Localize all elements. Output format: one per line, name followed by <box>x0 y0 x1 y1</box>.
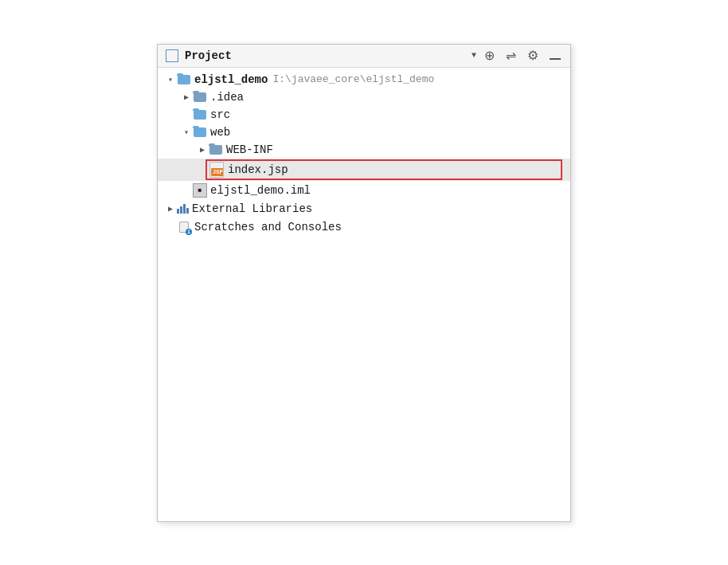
toggle-external-libs[interactable]: ▶ <box>164 202 177 215</box>
toggle-webinf[interactable]: ▶ <box>196 143 209 156</box>
iml-file-icon: ■ <box>193 183 207 198</box>
label-index-jsp: index.jsp <box>228 163 288 176</box>
toggle-web[interactable]: ▾ <box>180 126 193 139</box>
folder-icon-src <box>193 109 207 120</box>
folder-icon-webinf <box>209 144 223 155</box>
tree-item-eljstl-demo[interactable]: ▾ eljstl_demo I:\javaee_core\eljstl_demo <box>158 71 570 88</box>
panel-dropdown-arrow[interactable]: ▼ <box>472 51 476 60</box>
scratch-icon: i <box>177 220 191 234</box>
navigate-icon[interactable]: ⊕ <box>483 49 496 62</box>
toggle-idea[interactable]: ▶ <box>180 91 193 104</box>
label-idea: .idea <box>210 91 244 104</box>
settings-icon[interactable]: ⚙ <box>526 49 540 62</box>
tree-item-web[interactable]: ▾ web <box>158 124 570 141</box>
tree-item-src[interactable]: src <box>158 106 570 124</box>
tree-item-idea[interactable]: ▶ .idea <box>158 88 570 106</box>
panel-title: Project <box>185 49 465 62</box>
ext-lib-icon <box>177 204 189 214</box>
toggle-eljstl-demo[interactable]: ▾ <box>164 73 177 86</box>
project-panel: Project ▼ ⊕ ⇌ ⚙ ▾ eljstl_demo I:\javaee_… <box>157 44 571 522</box>
label-web: web <box>210 126 230 139</box>
project-path: I:\javaee_core\eljstl_demo <box>272 73 434 85</box>
label-eljstl-demo: eljstl_demo <box>194 73 268 86</box>
minimize-button[interactable] <box>548 49 562 62</box>
header-controls: ⊕ ⇌ ⚙ <box>483 49 562 62</box>
panel-header-icon <box>166 49 178 62</box>
panel-header: Project ▼ ⊕ ⇌ ⚙ <box>158 45 570 68</box>
label-webinf: WEB-INF <box>226 143 273 156</box>
tree-item-webinf[interactable]: ▶ WEB-INF <box>158 141 570 159</box>
label-scratches: Scratches and Consoles <box>194 221 342 233</box>
tree-item-index-jsp[interactable]: JSP index.jsp <box>158 159 570 181</box>
label-external-libs: External Libraries <box>192 202 312 215</box>
folder-icon-eljstl-demo <box>177 74 191 85</box>
tree-item-eljstl-iml[interactable]: ■ eljstl_demo.iml <box>158 181 570 200</box>
folder-icon-web <box>193 127 207 138</box>
layout-icon[interactable]: ⇌ <box>504 49 518 62</box>
tree-item-external-libs[interactable]: ▶ External Libraries <box>158 200 570 218</box>
label-eljstl-iml: eljstl_demo.iml <box>210 184 311 197</box>
tree-item-scratches[interactable]: i Scratches and Consoles <box>158 218 570 237</box>
label-src: src <box>210 108 230 121</box>
file-tree: ▾ eljstl_demo I:\javaee_core\eljstl_demo… <box>158 68 570 521</box>
folder-icon-idea <box>193 92 207 103</box>
jsp-file-icon: JSP <box>209 161 225 179</box>
